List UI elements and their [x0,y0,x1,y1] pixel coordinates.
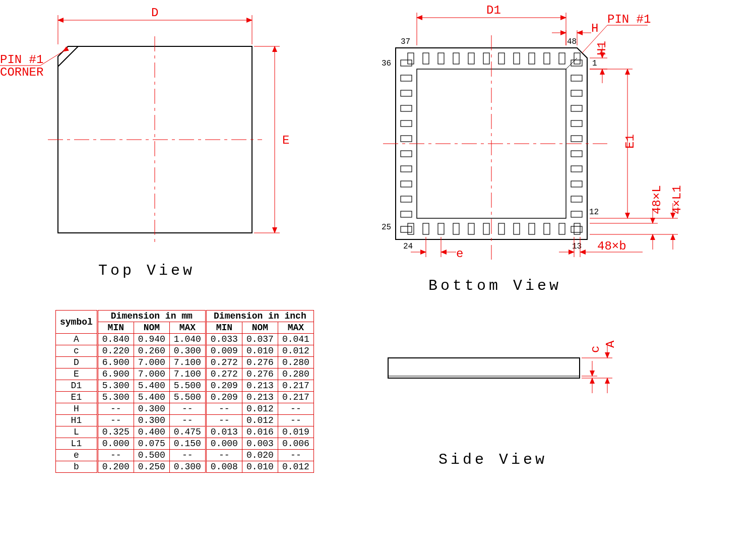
dim-e: e [456,247,463,261]
table-cell: 0.300 [169,461,206,473]
th-min2: MIN [206,322,242,334]
pin-1: 1 [592,59,597,68]
table-cell: 6.900 [97,368,134,380]
table-cell: -- [169,450,206,461]
svg-rect-44 [401,151,412,157]
th-max1: MAX [169,322,206,334]
table-cell: 0.217 [278,392,313,403]
table-cell: L [56,426,98,438]
table-cell: 1.040 [169,334,206,345]
table-cell: 0.325 [97,426,134,438]
table-cell: 7.000 [134,368,169,380]
svg-rect-55 [571,136,582,142]
table-cell: 0.010 [242,345,278,357]
svg-rect-36 [559,223,565,234]
table-cell: 0.033 [206,334,242,345]
th-mm: Dimension in mm [97,311,206,322]
table-row: H--0.300----0.012-- [56,403,314,415]
th-max2: MAX [278,322,313,334]
dim-A: A [604,340,617,348]
table-cell: 0.260 [134,345,169,357]
svg-rect-46 [401,181,412,187]
table-row: b0.2000.2500.3000.0080.0100.012 [56,461,314,473]
svg-rect-40 [401,90,412,96]
table-row: e--0.500----0.020-- [56,450,314,461]
pin1-corner-a: PIN #1 [0,53,43,67]
table-cell: 0.213 [242,380,278,392]
title-bottom: Bottom View [428,277,561,294]
table-cell: H1 [56,415,98,426]
svg-rect-22 [529,53,535,64]
table-cell: 0.400 [134,426,169,438]
table-cell: 0.500 [134,450,169,461]
table-cell: 0.840 [97,334,134,345]
table-cell: D1 [56,380,98,392]
table-cell: 0.272 [206,357,242,368]
pin-12: 12 [589,208,599,217]
svg-rect-53 [571,105,582,111]
table-cell: 5.500 [169,392,206,403]
pin-48: 48 [567,37,577,46]
table-row: H1--0.300----0.012-- [56,415,314,426]
th-in: Dimension in inch [206,311,313,322]
table-cell: 0.300 [169,345,206,357]
table-cell: A [56,334,98,345]
svg-rect-93 [388,358,580,378]
svg-rect-52 [571,90,582,96]
table-cell: E1 [56,392,98,403]
table-cell: E [56,368,98,380]
svg-rect-57 [571,166,582,172]
table-cell: 7.100 [169,368,206,380]
table-cell: 7.100 [169,357,206,368]
table-cell: 0.037 [242,334,278,345]
table-cell: -- [278,403,313,415]
table-cell: 0.280 [278,368,313,380]
table-cell: 0.012 [278,461,313,473]
svg-rect-31 [483,223,489,234]
dim-c: c [589,346,602,353]
svg-rect-32 [498,223,505,234]
table-cell: 0.020 [242,450,278,461]
dim-D1: D1 [486,4,501,17]
pin-37: 37 [401,37,410,46]
svg-rect-23 [544,53,550,64]
table-cell: 0.012 [242,403,278,415]
dimensions-table: symbol Dimension in mm Dimension in inch… [55,310,314,473]
svg-rect-17 [453,53,459,64]
bottom-view-group: 1 12 13 24 25 36 37 48 D1 E1 H H1 PIN #1 [382,4,684,261]
table-cell: -- [169,415,206,426]
svg-line-8 [40,51,63,66]
svg-rect-29 [453,223,459,234]
table-cell: e [56,450,98,461]
svg-rect-41 [401,105,412,111]
svg-rect-14 [408,53,414,64]
table-cell: -- [169,403,206,415]
table-cell: 6.900 [97,357,134,368]
table-cell: 0.217 [278,380,313,392]
table-cell: 0.003 [242,438,278,450]
svg-line-11 [566,58,577,69]
table-cell: 5.300 [97,392,134,403]
table-cell: 0.009 [206,345,242,357]
svg-rect-38 [401,60,412,66]
table-cell: 0.200 [97,461,134,473]
svg-rect-28 [438,223,444,234]
svg-rect-56 [571,151,582,157]
table-cell: 0.000 [97,438,134,450]
table-cell: -- [97,403,134,415]
table-cell: 0.940 [134,334,169,345]
table-cell: D [56,357,98,368]
table-cell: 0.209 [206,392,242,403]
table-cell: -- [206,450,242,461]
table-cell: c [56,345,98,357]
dim-D: D [151,6,158,20]
dim-4L1: 4×L1 [670,185,684,214]
table-cell: H [56,403,98,415]
table-cell: 0.006 [278,438,313,450]
dim-H1: H1 [595,41,609,55]
table-row: E6.9007.0007.1000.2720.2760.280 [56,368,314,380]
svg-rect-61 [571,226,582,232]
top-view-group: D E PIN #1 CORNER Top View [0,6,289,279]
pin1-label: PIN #1 [607,13,651,26]
svg-rect-49 [401,226,412,232]
